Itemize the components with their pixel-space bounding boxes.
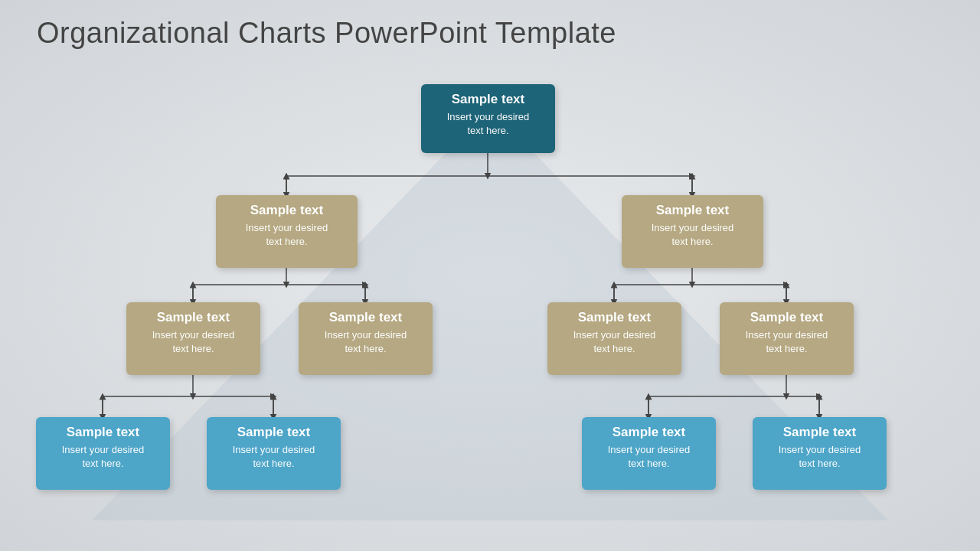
- box-level1-right-sub: Insert your desiredtext here.: [631, 221, 754, 249]
- box-level1-left-sub: Insert your desiredtext here.: [225, 221, 348, 249]
- org-box-level2-a[interactable]: Sample text Insert your desiredtext here…: [126, 302, 260, 375]
- org-box-level3-c[interactable]: Sample text Insert your desiredtext here…: [582, 417, 716, 490]
- box-level3-b-sub: Insert your desiredtext here.: [216, 443, 332, 471]
- box-level3-a-sub: Insert your desiredtext here.: [45, 443, 161, 471]
- org-box-level2-b[interactable]: Sample text Insert your desiredtext here…: [299, 302, 433, 375]
- box-level0-title: Sample text: [430, 92, 546, 107]
- org-box-level2-c[interactable]: Sample text Insert your desiredtext here…: [547, 302, 681, 375]
- box-level3-c-title: Sample text: [591, 425, 707, 440]
- box-level3-c-sub: Insert your desiredtext here.: [591, 443, 707, 471]
- box-level2-a-title: Sample text: [136, 310, 251, 325]
- org-box-level1-left[interactable]: Sample text Insert your desiredtext here…: [216, 195, 358, 268]
- box-level2-c-title: Sample text: [557, 310, 672, 325]
- org-box-level2-d[interactable]: Sample text Insert your desiredtext here…: [720, 302, 854, 375]
- chart-area: Sample text Insert your desiredtext here…: [0, 69, 980, 551]
- box-level1-right-title: Sample text: [631, 203, 754, 218]
- org-box-level3-a[interactable]: Sample text Insert your desiredtext here…: [36, 417, 170, 490]
- page-title: Organizational Charts PowerPoint Templat…: [0, 0, 980, 50]
- box-level2-d-title: Sample text: [729, 310, 844, 325]
- org-box-level1-right[interactable]: Sample text Insert your desiredtext here…: [622, 195, 763, 268]
- org-box-level3-b[interactable]: Sample text Insert your desiredtext here…: [207, 417, 341, 490]
- box-level2-d-sub: Insert your desiredtext here.: [729, 328, 844, 356]
- box-level2-c-sub: Insert your desiredtext here.: [557, 328, 672, 356]
- box-level3-b-title: Sample text: [216, 425, 332, 440]
- box-level2-b-title: Sample text: [308, 310, 423, 325]
- box-level0-sub: Insert your desiredtext here.: [430, 110, 546, 138]
- box-level3-a-title: Sample text: [45, 425, 161, 440]
- box-level2-a-sub: Insert your desiredtext here.: [136, 328, 251, 356]
- org-box-level3-d[interactable]: Sample text Insert your desiredtext here…: [753, 417, 887, 490]
- box-level3-d-sub: Insert your desiredtext here.: [762, 443, 877, 471]
- org-box-level0[interactable]: Sample text Insert your desiredtext here…: [421, 84, 555, 153]
- box-level2-b-sub: Insert your desiredtext here.: [308, 328, 423, 356]
- box-level1-left-title: Sample text: [225, 203, 348, 218]
- box-level3-d-title: Sample text: [762, 425, 877, 440]
